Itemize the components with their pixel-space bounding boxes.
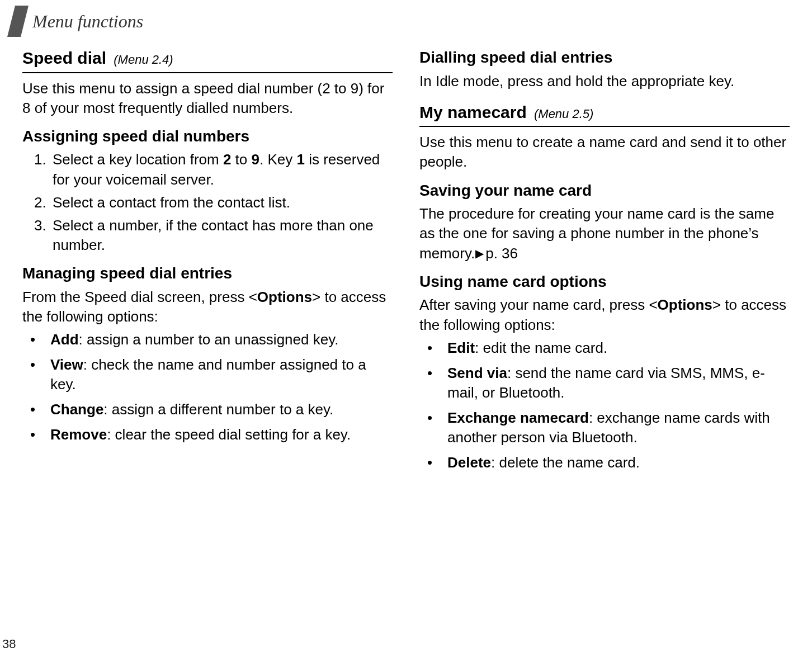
option-exchange-label: Exchange namecard: [447, 409, 589, 426]
managing-options-list: • Add: assign a number to an unassigned …: [22, 330, 393, 445]
managing-intro: From the Speed dial screen, press <Optio…: [22, 287, 393, 327]
step-1-key-1: 1: [296, 151, 304, 168]
step-1-key-9: 9: [252, 151, 259, 168]
option-edit: • Edit: edit the name card.: [419, 338, 790, 358]
two-column-layout: Speed dial (Menu 2.4) Use this menu to a…: [22, 47, 790, 478]
step-2: Select a contact from the contact list.: [50, 193, 393, 212]
saving-text: The procedure for creating your name car…: [419, 204, 790, 263]
right-column: Dialling speed dial entries In Idle mode…: [419, 47, 790, 478]
managing-intro-options-label: Options: [257, 289, 312, 305]
section-my-namecard: My namecard (Menu 2.5) Use this menu to …: [419, 101, 790, 472]
saving-heading: Saving your name card: [419, 180, 790, 201]
managing-heading: Managing speed dial entries: [22, 263, 393, 284]
section-divider: [22, 72, 393, 73]
option-edit-desc: : edit the name card.: [475, 339, 607, 356]
option-exchange: • Exchange namecard: exchange name cards…: [419, 408, 790, 447]
namecard-intro: Use this menu to create a name card and …: [419, 133, 790, 172]
step-3: Select a number, if the contact has more…: [50, 216, 393, 255]
option-edit-label: Edit: [447, 339, 475, 356]
bullet-icon: •: [22, 400, 50, 419]
bullet-icon: •: [419, 363, 447, 403]
option-change: • Change: assign a different number to a…: [22, 400, 393, 419]
namecard-options-list: • Edit: edit the name card. • Send via: …: [419, 338, 790, 473]
option-remove-label: Remove: [50, 426, 107, 443]
left-column: Speed dial (Menu 2.4) Use this menu to a…: [22, 47, 393, 478]
namecard-title: My namecard: [419, 103, 527, 121]
option-change-label: Change: [50, 401, 103, 418]
option-delete: • Delete: delete the name card.: [419, 453, 790, 472]
page-content: Menu functions Speed dial (Menu 2.4) Use…: [0, 0, 812, 489]
bullet-icon: •: [419, 408, 447, 447]
option-remove: • Remove: clear the speed dial setting f…: [22, 425, 393, 445]
option-delete-desc: : delete the name card.: [491, 454, 640, 471]
step-1-key-2: 2: [223, 151, 231, 168]
using-intro-options-label: Options: [658, 296, 712, 313]
page-number: 38: [2, 637, 16, 651]
step-1-text-a: Select a key location from: [53, 151, 223, 168]
namecard-menu-ref: (Menu 2.5): [534, 107, 593, 121]
assigning-steps-list: Select a key location from 2 to 9. Key 1…: [22, 150, 393, 254]
dialling-heading: Dialling speed dial entries: [419, 47, 790, 68]
saving-text-body: The procedure for creating your name car…: [419, 205, 774, 261]
option-send-via-label: Send via: [447, 365, 507, 381]
header-title: Menu functions: [32, 11, 143, 32]
option-add: • Add: assign a number to an unassigned …: [22, 330, 393, 349]
bullet-icon: •: [22, 425, 50, 445]
option-view-label: View: [50, 356, 83, 373]
bullet-icon: •: [22, 330, 50, 349]
saving-pageref: p. 36: [485, 245, 518, 262]
option-change-desc: : assign a different number to a key.: [103, 401, 333, 418]
using-intro: After saving your name card, press <Opti…: [419, 295, 790, 334]
option-remove-desc: : clear the speed dial setting for a key…: [107, 426, 351, 443]
assigning-heading: Assigning speed dial numbers: [22, 126, 393, 147]
step-1: Select a key location from 2 to 9. Key 1…: [50, 150, 393, 189]
using-intro-pre: After saving your name card, press <: [419, 296, 658, 313]
step-1-text-c: . Key: [259, 151, 296, 168]
bullet-icon: •: [419, 453, 447, 472]
using-heading: Using name card options: [419, 271, 790, 292]
header-tab-decoration: [7, 6, 29, 37]
option-add-label: Add: [50, 331, 79, 348]
bullet-icon: •: [419, 338, 447, 358]
option-view-desc: : check the name and number assigned to …: [50, 356, 366, 393]
dialling-text: In Idle mode, press and hold the appropr…: [419, 72, 790, 91]
page-header: Menu functions: [11, 6, 790, 37]
speed-dial-menu-ref: (Menu 2.4): [114, 53, 173, 67]
option-view: • View: check the name and number assign…: [22, 355, 393, 394]
section-divider: [419, 126, 790, 127]
option-add-desc: : assign a number to an unassigned key.: [79, 331, 339, 348]
page-ref-icon: ▶: [475, 246, 484, 261]
option-delete-label: Delete: [447, 454, 491, 471]
bullet-icon: •: [22, 355, 50, 394]
section-speed-dial: Speed dial (Menu 2.4) Use this menu to a…: [22, 47, 393, 445]
speed-dial-title: Speed dial: [22, 49, 106, 67]
speed-dial-intro: Use this menu to assign a speed dial num…: [22, 79, 393, 118]
step-1-text-b: to: [231, 151, 251, 168]
managing-intro-pre: From the Speed dial screen, press <: [22, 289, 257, 305]
option-send-via: • Send via: send the name card via SMS, …: [419, 363, 790, 403]
